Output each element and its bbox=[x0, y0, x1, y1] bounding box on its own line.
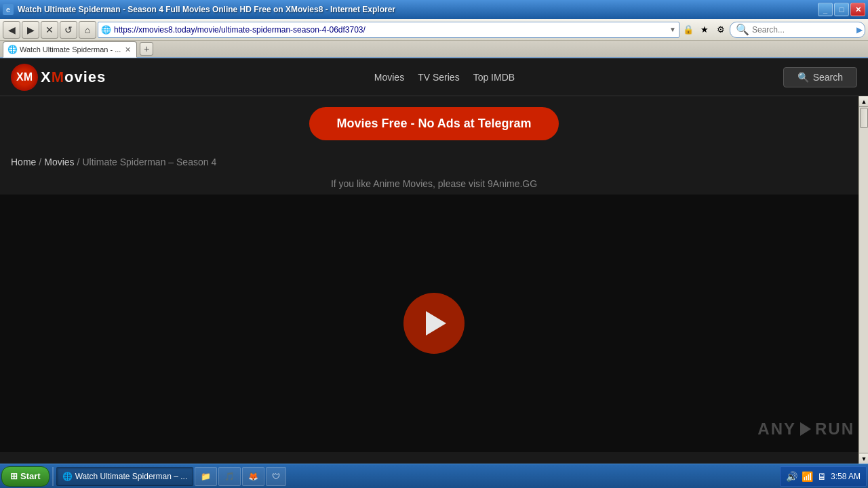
add-favorites-button[interactable]: ★ bbox=[697, 22, 712, 37]
breadcrumb-movies[interactable]: Movies bbox=[44, 157, 74, 167]
telegram-section: Movies Free - No Ads at Telegram bbox=[0, 96, 868, 151]
play-button[interactable] bbox=[403, 293, 465, 354]
nav-tv-series[interactable]: TV Series bbox=[418, 72, 459, 83]
tray-speaker-icon: 🖥 bbox=[817, 471, 827, 482]
tab-favicon: 🌐 bbox=[7, 45, 17, 54]
breadcrumb-current: Ultimate Spiderman – Season 4 bbox=[83, 157, 217, 167]
taskbar-ie-title: Watch Ultimate Spiderman – ... bbox=[75, 472, 188, 481]
tab-title: Watch Ultimate Spiderman - ... bbox=[20, 45, 121, 54]
tray-network-icon: 📶 bbox=[802, 471, 813, 482]
taskbar-divider bbox=[52, 467, 54, 486]
search-input[interactable] bbox=[752, 25, 854, 35]
scroll-up-arrow[interactable]: ▲ bbox=[859, 96, 868, 107]
logo-icon: XM bbox=[11, 64, 38, 91]
title-bar-buttons: _ □ ✕ bbox=[818, 3, 865, 16]
favorites-button[interactable]: 🔒 bbox=[681, 22, 696, 37]
taskbar-shield-icon: 🛡 bbox=[272, 472, 280, 481]
logo-icon-text: XM bbox=[16, 71, 33, 83]
title-bar-icon: e bbox=[3, 4, 14, 15]
minimize-button[interactable]: _ bbox=[818, 3, 833, 16]
anyrun-watermark: ANY RUN bbox=[757, 420, 854, 439]
system-clock: 3:58 AM bbox=[831, 472, 861, 481]
taskbar-folder-icon: 📁 bbox=[201, 472, 211, 481]
taskbar-media-item[interactable]: 🎵 bbox=[218, 467, 241, 486]
play-triangle-icon bbox=[426, 311, 446, 336]
site-nav: Movies TV Series Top IMDB bbox=[374, 72, 515, 83]
scroll-down-arrow[interactable]: ▼ bbox=[859, 453, 868, 464]
site-content: XM XMovies Movies TV Series Top IMDB 🔍 S… bbox=[0, 58, 868, 464]
search-site-icon: 🔍 bbox=[797, 72, 809, 83]
windows-icon: ⊞ bbox=[10, 471, 18, 481]
nav-top-imdb[interactable]: Top IMDB bbox=[473, 72, 515, 83]
new-tab-button[interactable]: + bbox=[140, 42, 153, 56]
breadcrumb-sep1: / bbox=[39, 157, 41, 167]
title-bar-text: Watch Ultimate Spiderman - Season 4 Full… bbox=[18, 5, 395, 14]
tray-volume-icon[interactable]: 🔊 bbox=[786, 471, 797, 482]
stop-button[interactable]: ✕ bbox=[41, 21, 58, 39]
breadcrumb-home[interactable]: Home bbox=[11, 157, 36, 167]
active-tab[interactable]: 🌐 Watch Ultimate Spiderman - ... ✕ bbox=[3, 41, 137, 58]
site-logo: XM XMovies bbox=[11, 64, 106, 91]
breadcrumb: Home / Movies / Ultimate Spiderman – Sea… bbox=[0, 151, 868, 173]
tab-close-button[interactable]: ✕ bbox=[123, 45, 132, 55]
taskbar-firefox-item[interactable]: 🦊 bbox=[242, 467, 264, 486]
home-button[interactable]: ⌂ bbox=[79, 21, 96, 39]
lock-icon: 🌐 bbox=[101, 25, 111, 35]
search-bar[interactable]: 🔍 ▶ bbox=[730, 22, 865, 38]
site-search-button[interactable]: 🔍 Search bbox=[783, 67, 857, 87]
back-button[interactable]: ◀ bbox=[3, 21, 20, 39]
forward-button[interactable]: ▶ bbox=[22, 21, 39, 39]
start-button[interactable]: ⊞ Start bbox=[1, 466, 50, 487]
tab-bar: 🌐 Watch Ultimate Spiderman - ... ✕ + bbox=[0, 41, 868, 58]
logo-full-text: XMovies bbox=[41, 68, 106, 86]
watermark-play-icon bbox=[800, 422, 811, 436]
taskbar-shield-item[interactable]: 🛡 bbox=[266, 467, 286, 486]
taskbar-firefox-icon: 🦊 bbox=[248, 472, 258, 481]
title-bar: e Watch Ultimate Spiderman - Season 4 Fu… bbox=[0, 0, 868, 19]
taskbar-ie-icon: 🌐 bbox=[62, 472, 73, 481]
site-header: XM XMovies Movies TV Series Top IMDB 🔍 S… bbox=[0, 58, 868, 96]
taskbar: ⊞ Start 🌐 Watch Ultimate Spiderman – ...… bbox=[0, 464, 868, 488]
system-tray: 🔊 📶 🖥 3:58 AM bbox=[780, 466, 867, 487]
search-icon: 🔍 bbox=[736, 23, 749, 36]
anime-notice: If you like Anime Movies, please visit 9… bbox=[0, 173, 868, 195]
search-go-icon[interactable]: ▶ bbox=[856, 25, 863, 35]
taskbar-folder-item[interactable]: 📁 bbox=[195, 467, 217, 486]
close-button[interactable]: ✕ bbox=[850, 3, 865, 16]
video-container: ANY RUN bbox=[0, 195, 868, 452]
history-button[interactable]: ⚙ bbox=[713, 22, 728, 37]
scroll-thumb[interactable] bbox=[860, 108, 868, 128]
address-input[interactable] bbox=[114, 25, 667, 35]
nav-movies[interactable]: Movies bbox=[374, 72, 404, 83]
taskbar-ie-item[interactable]: 🌐 Watch Ultimate Spiderman – ... bbox=[56, 467, 194, 486]
address-bar[interactable]: 🌐 ▼ bbox=[98, 22, 679, 38]
address-dropdown-arrow[interactable]: ▼ bbox=[669, 26, 676, 33]
nav-bar: ◀ ▶ ✕ ↺ ⌂ 🌐 ▼ 🔒 ★ ⚙ 🔍 ▶ bbox=[0, 19, 868, 41]
taskbar-media-icon: 🎵 bbox=[224, 472, 235, 481]
maximize-button[interactable]: □ bbox=[834, 3, 849, 16]
refresh-button[interactable]: ↺ bbox=[60, 21, 77, 39]
scrollbar[interactable]: ▲ ▼ bbox=[859, 96, 868, 464]
telegram-button[interactable]: Movies Free - No Ads at Telegram bbox=[309, 107, 558, 140]
breadcrumb-sep2: / bbox=[77, 157, 80, 167]
